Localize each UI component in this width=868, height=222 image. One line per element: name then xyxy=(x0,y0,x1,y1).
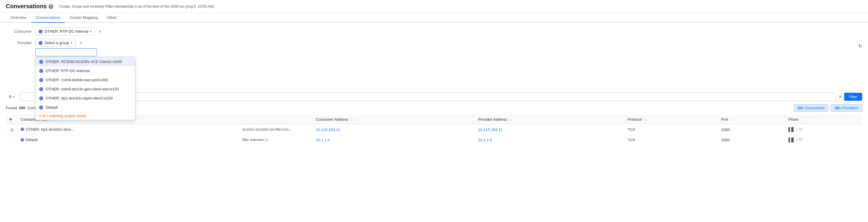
provider-chevron-icon: ▾ xyxy=(71,41,72,45)
row1-provider-addr-cell[interactable]: 10.115.184.11 xyxy=(475,124,625,135)
provider-dropdown: OTHER: RCDN9-DCI03N-ACE-Client2-vl200 OT… xyxy=(35,48,97,56)
th-consumer-address: Consumer Address ↑↓ xyxy=(313,115,475,124)
providers-pill[interactable]: 20+ Providers xyxy=(831,104,862,112)
page-title-container: Conversations ? xyxy=(6,3,53,10)
row1-protocol-cell: TCP xyxy=(625,124,718,135)
dropdown-item-label-3: OTHER: rcdn9-dci13n-gen-client-ace:iv120 xyxy=(45,87,119,91)
dropdown-scope-icon-0 xyxy=(39,60,43,64)
consumer-selector: OTHER: RTP-DC-Internal ▾ × xyxy=(35,27,103,35)
bar-chart-icon-2[interactable]: ▌▊ xyxy=(788,138,795,142)
row1-action-cell: ⊘ xyxy=(6,124,18,135)
row2-consumer-addr-link[interactable]: 10.1.1.0 xyxy=(316,138,330,142)
deny-icon: ⊘ xyxy=(9,127,15,133)
found-prefix: Found xyxy=(6,106,17,110)
arrow-up-icon-2[interactable]: ↑ xyxy=(796,138,798,142)
row1-consumer-addr-link[interactable]: 10.115.184.11 xyxy=(316,128,340,132)
provider-scope-icon xyxy=(38,41,43,45)
bar-chart-icon[interactable]: ▌▊ xyxy=(788,127,795,132)
consumer-filter-row: Consumer OTHER: RTP-DC-Internal ▾ × ↻ xyxy=(6,27,862,35)
th-flows: Flows xyxy=(786,115,862,124)
provider-selector: Select a group ▾ × OTHER: RCDN9-DCI03N-A… xyxy=(35,39,84,47)
sort-consumer-addr-icon: ↑↓ xyxy=(350,118,353,121)
row2-consumer-filter-text: Default xyxy=(26,138,38,142)
sort-provider-addr-icon: ↑↓ xyxy=(509,118,513,121)
page-header: Conversations ? Cluster, Scope and Inven… xyxy=(0,0,868,13)
tab-overview[interactable]: Overview xyxy=(6,13,31,23)
nav-tabs: Overview Conversations Cluster Mapping O… xyxy=(0,13,868,23)
consumers-count: 20+ xyxy=(798,106,804,110)
row1-middle-cell: dcm01n-dcm02n-otv-filer:iv11... xyxy=(239,124,313,135)
found-count: 200 xyxy=(19,106,25,110)
dropdown-scope-icon-5 xyxy=(39,105,43,110)
clear-search-button[interactable]: ✕ xyxy=(839,94,842,99)
row2-scope-dot xyxy=(21,138,24,142)
row2-flows-cell: ▌▊ ↑ 🛡 xyxy=(786,135,862,145)
dropdown-item-label-0: OTHER: RCDN9-DCI03N-ACE-Client2-vl200 xyxy=(45,59,122,64)
th-spacer xyxy=(239,115,313,124)
provider-filter-row: Provider Select a group ▾ × OTHER: RCDN9… xyxy=(6,39,862,47)
filter-apply-button[interactable]: Filter xyxy=(844,93,862,101)
dropdown-item-label-4: OTHER: rtp1-dcm01n-bpim-idev3:iv230 xyxy=(45,96,113,101)
provider-group-label: Select a group xyxy=(44,40,69,45)
shield-icon-2[interactable]: 🛡 xyxy=(799,138,803,142)
dropdown-footer: 1 of 1 matching scopes shown xyxy=(36,112,135,120)
dropdown-scope-icon-3 xyxy=(39,87,43,91)
th-port: Port ↑↓ xyxy=(718,115,786,124)
row2-action-cell xyxy=(6,135,18,145)
row1-flows-cell: ▌▊ ↑ 🛡 xyxy=(786,124,862,135)
header-info-text: Cluster, Scope and Inventory Filter memb… xyxy=(59,4,215,8)
consumer-group-button[interactable]: OTHER: RTP-DC-Internal ▾ xyxy=(35,27,95,35)
row2-protocol-cell: TCP xyxy=(625,135,718,145)
dropdown-scope-icon-4 xyxy=(39,96,43,101)
consumers-pill[interactable]: 20+ Consumers xyxy=(794,104,828,112)
row2-provider-addr-link[interactable]: 10.2.2.0 xyxy=(478,138,492,142)
dropdown-item-5[interactable]: Default xyxy=(36,103,135,112)
main-content: Consumer OTHER: RTP-DC-Internal ▾ × ↻ Pr… xyxy=(0,23,868,150)
row2-middle-cell: filter unknown ⓘ xyxy=(239,135,313,145)
dropdown-scope-icon-1 xyxy=(39,69,43,73)
row2-consumer-filter-cell: Default xyxy=(18,135,239,145)
provider-clear-button[interactable]: × xyxy=(78,40,84,46)
row1-provider-addr-link[interactable]: 10.115.184.11 xyxy=(478,128,502,132)
arrow-up-icon[interactable]: ↑ xyxy=(796,127,798,132)
summary-pills: 20+ Consumers 20+ Providers xyxy=(794,104,862,112)
dropdown-item-3[interactable]: OTHER: rcdn9-dci13n-gen-client-ace:iv120 xyxy=(36,84,135,94)
consumers-label: Consumers xyxy=(805,106,825,110)
row1-actions: ▌▊ ↑ 🛡 xyxy=(788,127,859,132)
providers-count: 20+ xyxy=(835,106,841,110)
consumer-group-label: OTHER: RTP-DC-Internal xyxy=(44,29,88,33)
dropdown-item-4[interactable]: OTHER: rtp1-dcm01n-bpim-idev3:iv230 xyxy=(36,94,135,103)
dropdown-item-label-1: OTHER: RTP-DC-Internal xyxy=(45,68,89,73)
th-action: ▼ xyxy=(6,115,18,124)
dropdown-item-label-2: OTHER: rcdn9-dci04n-isec-prd:iv393 xyxy=(45,78,108,82)
tab-other[interactable]: Other xyxy=(102,13,121,23)
row1-consumer-filter-cell: OTHER: rtp1-dcm01n-dcm... xyxy=(18,124,239,135)
info-icon: ⓘ xyxy=(265,138,268,142)
row1-scope-dot xyxy=(21,128,24,131)
dropdown-item-1[interactable]: OTHER: RTP-DC-Internal xyxy=(36,66,135,75)
dropdown-item-0[interactable]: OTHER: RCDN9-DCI03N-ACE-Client2-vl200 xyxy=(36,57,135,66)
gear-icon: ⚙ xyxy=(8,94,12,99)
row1-consumer-addr-cell[interactable]: 10.115.184.11 xyxy=(313,124,475,135)
consumer-label: Consumer xyxy=(6,29,35,33)
provider-search-input[interactable] xyxy=(35,48,97,56)
main-search-input[interactable] xyxy=(20,92,836,101)
provider-label: Provider xyxy=(6,40,35,45)
row2-scope-tag: Default xyxy=(21,138,38,142)
tab-conversations[interactable]: Conversations xyxy=(31,13,65,23)
gear-settings-button[interactable]: ⚙ ▾ xyxy=(6,93,17,101)
row2-provider-addr-cell[interactable]: 10.2.2.0 xyxy=(475,135,625,145)
gear-chevron-icon: ▾ xyxy=(13,95,15,98)
shield-icon[interactable]: 🛡 xyxy=(799,127,803,132)
row1-port-cell: 1000 xyxy=(718,124,786,135)
help-icon[interactable]: ? xyxy=(49,4,53,9)
row2-consumer-addr-cell[interactable]: 10.1.1.0 xyxy=(313,135,475,145)
tab-cluster-mapping[interactable]: Cluster Mapping xyxy=(65,13,102,23)
provider-group-button[interactable]: Select a group ▾ xyxy=(35,39,75,47)
th-protocol: Protocol ↑↓ xyxy=(625,115,718,124)
dropdown-item-2[interactable]: OTHER: rcdn9-dci04n-isec-prd:iv393 xyxy=(36,75,135,84)
consumer-clear-button[interactable]: × xyxy=(97,29,103,34)
page-title: Conversations xyxy=(6,3,47,10)
page-wrapper: Conversations ? Cluster, Scope and Inven… xyxy=(0,0,868,222)
th-provider-address: Provider Address ↑↓ xyxy=(475,115,625,124)
